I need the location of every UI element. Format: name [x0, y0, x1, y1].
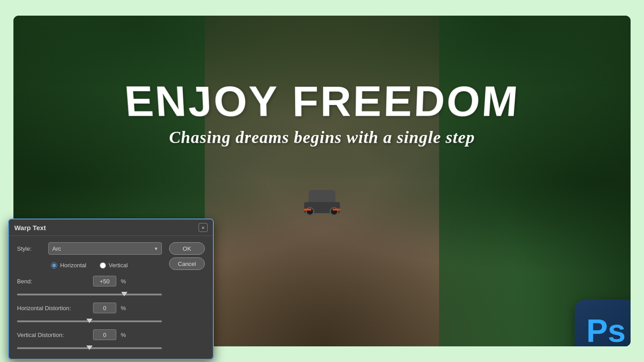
- car-wheel-right: [330, 207, 339, 216]
- style-select[interactable]: Arc None Arc Lower Arc Upper Arch Bulge …: [48, 242, 162, 255]
- v-distortion-percent: %: [121, 332, 126, 338]
- warp-dialog: Warp Text × Style: Arc None Arc Lower: [8, 219, 214, 360]
- horizontal-radio-label[interactable]: Horizontal: [51, 262, 86, 269]
- style-label: Style:: [17, 245, 44, 252]
- v-distortion-row: Vertical Distortion: 0 %: [17, 329, 162, 351]
- h-distortion-percent: %: [121, 305, 126, 311]
- bend-value[interactable]: +50: [93, 276, 116, 286]
- dialog-titlebar: Warp Text ×: [9, 219, 213, 236]
- h-distortion-label: Horizontal Distortion:: [17, 305, 89, 311]
- v-distortion-slider[interactable]: [17, 347, 162, 349]
- text-overlay: ENJOY FREEDOM Chasing dreams begins with…: [13, 16, 631, 198]
- h-distortion-row: Horizontal Distortion: 0 %: [17, 303, 162, 324]
- bend-slider-container: [17, 289, 162, 297]
- h-distortion-value[interactable]: 0: [93, 303, 116, 313]
- cancel-button[interactable]: Cancel: [169, 257, 205, 270]
- car-wheel-left: [305, 207, 314, 216]
- ps-badge: Ps: [575, 299, 631, 346]
- style-row: Style: Arc None Arc Lower Arc Upper Arch…: [17, 242, 162, 255]
- v-distortion-label: Vertical Distortion:: [17, 332, 89, 338]
- car-taillights: [304, 209, 340, 210]
- style-select-wrapper[interactable]: Arc None Arc Lower Arc Upper Arch Bulge …: [48, 242, 162, 255]
- v-distortion-header: Vertical Distortion: 0 %: [17, 329, 162, 340]
- vertical-label: Vertical: [109, 262, 128, 269]
- vertical-radio-label[interactable]: Vertical: [100, 262, 128, 269]
- dialog-buttons: OK Cancel: [169, 242, 205, 351]
- bend-row: Bend: +50 %: [17, 276, 162, 297]
- horizontal-label: Horizontal: [60, 262, 86, 269]
- ok-button[interactable]: OK: [169, 242, 205, 255]
- main-title: ENJOY FREEDOM: [123, 80, 521, 122]
- sub-title: Chasing dreams begins with a single step: [169, 127, 475, 147]
- left-controls: Style: Arc None Arc Lower Arc Upper Arch…: [17, 242, 162, 351]
- bend-slider[interactable]: [17, 294, 162, 295]
- dialog-title: Warp Text: [14, 224, 46, 232]
- vertical-radio[interactable]: [100, 262, 106, 269]
- bend-label: Bend:: [17, 278, 89, 285]
- horizontal-radio[interactable]: [51, 262, 57, 269]
- h-distortion-slider[interactable]: [17, 320, 162, 322]
- ps-badge-label: Ps: [586, 315, 626, 346]
- v-distortion-value[interactable]: 0: [93, 329, 116, 340]
- orientation-radio-group: Horizontal Vertical: [17, 260, 162, 270]
- bend-percent: %: [121, 278, 126, 285]
- v-distortion-slider-container: [17, 343, 162, 351]
- h-distortion-header: Horizontal Distortion: 0 %: [17, 303, 162, 313]
- dialog-body: Style: Arc None Arc Lower Arc Upper Arch…: [9, 236, 213, 359]
- main-container: ENJOY FREEDOM Chasing dreams begins with…: [13, 16, 631, 346]
- h-distortion-slider-container: [17, 316, 162, 324]
- dialog-close-button[interactable]: ×: [199, 223, 208, 232]
- bend-header: Bend: +50 %: [17, 276, 162, 286]
